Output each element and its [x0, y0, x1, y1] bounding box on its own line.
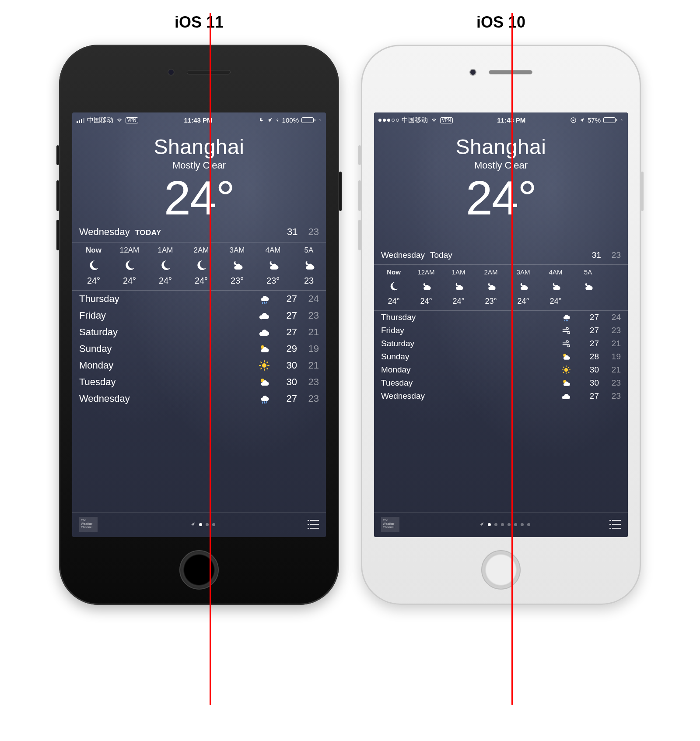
hour-temp: 23°	[485, 297, 497, 306]
day-low: 21	[599, 365, 621, 375]
moon-icon	[160, 260, 171, 271]
hourly-item: 4AM 23°	[255, 246, 291, 286]
day-low: 23	[599, 378, 621, 388]
page-dot[interactable]	[508, 523, 511, 526]
cloud-night-icon	[551, 281, 560, 291]
hour-label: Now	[387, 268, 401, 276]
daily-forecast[interactable]: Thursday 27 24 Friday 27 23 Saturday 27 …	[72, 291, 326, 512]
hourly-item: Now 24°	[378, 268, 410, 306]
center-marker-line	[210, 13, 211, 705]
front-camera	[168, 69, 175, 76]
hour-label: 4AM	[549, 268, 563, 276]
today-day-name: Wednesday	[381, 250, 425, 260]
cloud-night-icon	[486, 281, 496, 291]
hour-temp: 24°	[123, 276, 136, 286]
page-dot[interactable]	[488, 523, 491, 526]
signal-dots-icon	[378, 119, 399, 122]
home-button[interactable]	[481, 550, 521, 590]
cloud-night-icon	[231, 260, 243, 271]
wifi-icon	[430, 118, 438, 123]
day-low: 23	[297, 310, 319, 321]
cloud-night-icon	[421, 281, 431, 291]
hour-label: 4AM	[266, 246, 281, 255]
page-dot[interactable]	[199, 523, 202, 526]
today-summary-row: Wednesday TODAY 31 23	[72, 222, 326, 242]
home-button[interactable]	[179, 550, 219, 590]
daily-row: Friday 27 23	[374, 324, 628, 337]
hour-label: 5A	[304, 246, 314, 255]
weather-channel-logo[interactable]: The Weather Channel	[79, 517, 98, 532]
day-name: Friday	[381, 326, 555, 335]
earpiece-speaker	[187, 70, 231, 74]
page-dot[interactable]	[206, 523, 209, 526]
day-name: Tuesday	[79, 376, 253, 388]
day-high: 27	[275, 293, 297, 305]
location-arrow-icon	[479, 522, 484, 527]
city-list-button[interactable]	[308, 520, 319, 529]
day-high: 30	[275, 360, 297, 371]
charging-bolt-icon	[318, 117, 322, 123]
day-low: 23	[599, 391, 621, 401]
day-name: Thursday	[79, 293, 253, 305]
page-dot[interactable]	[527, 523, 530, 526]
day-high: 27	[577, 339, 599, 348]
hourly-forecast[interactable]: Now 24° 12AM 24° 1AM 24° 2AM 24° 3AM 23°…	[72, 242, 326, 291]
page-dot[interactable]	[501, 523, 504, 526]
current-temperature: 24°	[374, 174, 628, 222]
page-dot[interactable]	[212, 523, 215, 526]
location-arrow-icon	[579, 117, 585, 123]
hour-label: 12AM	[417, 268, 434, 276]
hour-label: 12AM	[120, 246, 139, 255]
location-arrow-icon	[190, 522, 196, 527]
city-list-button[interactable]	[609, 520, 621, 529]
page-indicator[interactable]	[190, 522, 215, 527]
hour-label: 1AM	[158, 246, 173, 255]
weather-channel-logo[interactable]: The Weather Channel	[381, 517, 399, 532]
hour-temp: 24°	[517, 297, 529, 306]
day-high: 30	[577, 378, 599, 388]
current-temperature: 24°	[72, 174, 326, 222]
page-dot[interactable]	[514, 523, 517, 526]
phone-frame-white: 中国移动 VPN 11:43 PM 57%	[361, 45, 641, 605]
hour-label: 3AM	[230, 246, 245, 255]
hourly-item: 2AM 24°	[183, 246, 219, 286]
today-label: TODAY	[135, 228, 161, 237]
day-high: 27	[577, 391, 599, 401]
day-low: 23	[297, 393, 319, 404]
sun-cloud-icon	[259, 377, 270, 387]
dnd-moon-icon	[259, 117, 264, 123]
signal-bars-icon	[77, 118, 84, 123]
daily-row: Wednesday 27 23	[374, 390, 628, 403]
volume-up-button	[358, 180, 361, 211]
page-dot[interactable]	[521, 523, 524, 526]
day-name: Wednesday	[381, 391, 555, 401]
battery-icon	[301, 117, 315, 123]
hour-temp: 23	[304, 276, 314, 286]
bluetooth-icon	[275, 117, 280, 123]
hourly-item: 3AM 23°	[219, 246, 255, 286]
orientation-lock-icon	[570, 117, 577, 123]
city-name: Shanghai	[374, 135, 628, 159]
day-high: 27	[275, 393, 297, 404]
vpn-badge: VPN	[126, 117, 138, 123]
page-dot[interactable]	[494, 523, 497, 526]
daily-row: Saturday 27 21	[374, 337, 628, 350]
moon-icon	[88, 260, 99, 271]
day-high: 27	[275, 327, 297, 338]
cloud-night-icon	[454, 281, 463, 291]
day-low: 19	[297, 343, 319, 355]
hour-temp: 23°	[266, 276, 280, 286]
day-high: 30	[275, 376, 297, 388]
daily-row: Thursday 27 24	[72, 291, 326, 307]
hour-temp: 24°	[388, 297, 399, 306]
page-indicator[interactable]	[479, 522, 530, 527]
hour-temp: 24°	[550, 297, 561, 306]
carrier-label: 中国移动	[87, 116, 113, 124]
day-low: 19	[599, 352, 621, 362]
daily-forecast[interactable]: Thursday 27 24 Friday 27 23 Saturday 27 …	[374, 311, 628, 512]
cloud-icon	[259, 327, 270, 337]
today-low: 23	[308, 226, 319, 238]
day-low: 21	[599, 339, 621, 348]
hourly-forecast[interactable]: Now 24° 12AM 24° 1AM 24° 2AM 23° 3AM 24°…	[374, 265, 628, 311]
cloud-night-icon	[583, 281, 593, 291]
